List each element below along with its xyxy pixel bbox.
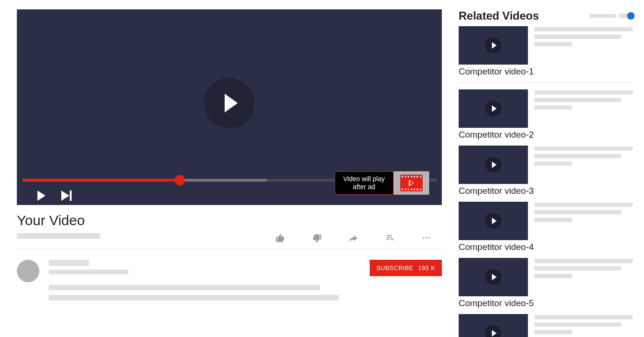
related-thumbnail[interactable] xyxy=(459,89,528,128)
related-caption: Competitor video-5 xyxy=(459,298,633,308)
playlist-add-icon xyxy=(384,233,396,242)
play-overlay xyxy=(485,269,501,285)
related-thumbnail[interactable] xyxy=(459,258,528,296)
related-item[interactable]: Competitor video-5 xyxy=(459,258,633,308)
play-overlay xyxy=(485,37,501,53)
dislike-button[interactable] xyxy=(311,233,323,245)
progress-handle[interactable] xyxy=(175,175,185,185)
toggle-knob xyxy=(627,12,635,20)
subscribe-button[interactable]: SUBSCRIBE 195 K xyxy=(370,260,442,276)
play-icon xyxy=(37,190,45,201)
progress-played xyxy=(22,179,180,182)
related-caption: Competitor video-3 xyxy=(459,186,633,196)
share-button[interactable] xyxy=(347,233,359,245)
main-column: Video will play after ad Your Vi xyxy=(17,9,442,337)
subscribe-count: 195 K xyxy=(418,264,435,271)
section-divider xyxy=(459,82,633,83)
svg-point-5 xyxy=(423,237,424,238)
related-meta-placeholder xyxy=(534,146,633,184)
related-thumbnail[interactable] xyxy=(459,26,528,65)
related-thumbnail[interactable] xyxy=(459,202,528,240)
related-caption: Competitor video-4 xyxy=(459,242,633,252)
ad-skip-preview[interactable] xyxy=(394,171,429,195)
ad-notice-text: Video will play after ad xyxy=(335,171,394,195)
play-button[interactable] xyxy=(37,190,45,201)
related-list: Competitor video-1Competitor video-2Comp… xyxy=(459,26,633,337)
related-item[interactable]: Competitor video-1 xyxy=(459,26,633,77)
channel-name-placeholder xyxy=(49,260,89,266)
subscribe-label: SUBSCRIBE xyxy=(376,264,414,271)
play-icon xyxy=(492,330,497,337)
related-thumbnail[interactable] xyxy=(459,314,528,337)
related-meta-placeholder xyxy=(534,89,633,128)
film-icon xyxy=(400,175,423,191)
play-overlay xyxy=(485,325,501,337)
play-icon xyxy=(492,105,497,112)
toggle-track xyxy=(619,14,633,18)
sidebar-title: Related Videos xyxy=(459,9,539,22)
like-button[interactable] xyxy=(274,233,286,245)
channel-row: SUBSCRIBE 195 K xyxy=(17,260,442,300)
ad-notice-line1: Video will play xyxy=(344,175,385,183)
channel-sub-placeholder xyxy=(49,270,128,274)
related-thumbnail[interactable] xyxy=(459,146,528,184)
related-item[interactable]: Competitor video-6 xyxy=(459,314,633,337)
ad-notice: Video will play after ad xyxy=(335,171,429,195)
play-icon xyxy=(492,218,497,224)
related-item[interactable]: Competitor video-2 xyxy=(459,89,633,140)
sidebar-header: Related Videos xyxy=(459,9,633,22)
play-icon xyxy=(225,94,238,112)
video-player[interactable]: Video will play after ad xyxy=(17,9,442,205)
play-icon xyxy=(492,274,497,280)
play-icon xyxy=(492,42,497,49)
svg-point-7 xyxy=(428,237,430,238)
thumbs-down-icon xyxy=(311,233,323,243)
play-overlay xyxy=(485,101,501,117)
video-title: Your Video xyxy=(17,212,442,228)
thumbs-up-icon xyxy=(274,233,286,243)
action-icons xyxy=(274,233,442,245)
play-icon xyxy=(492,161,497,168)
play-button-large[interactable] xyxy=(204,78,255,128)
next-icon xyxy=(61,190,69,201)
ad-notice-line2: after ad xyxy=(353,183,375,191)
next-button[interactable] xyxy=(61,190,72,201)
related-meta-placeholder xyxy=(534,314,633,337)
next-icon-bar xyxy=(70,190,72,201)
channel-avatar[interactable] xyxy=(17,260,39,282)
more-actions-button[interactable] xyxy=(420,233,432,245)
autoplay-toggle[interactable] xyxy=(590,14,633,18)
video-meta-row xyxy=(17,233,442,249)
share-icon xyxy=(347,233,359,243)
related-item[interactable]: Competitor video-3 xyxy=(459,146,633,196)
related-item[interactable]: Competitor video-4 xyxy=(459,202,633,252)
view-count-placeholder xyxy=(17,233,100,239)
related-caption: Competitor video-2 xyxy=(459,130,633,140)
play-overlay xyxy=(485,157,501,173)
related-meta-placeholder xyxy=(534,202,633,240)
related-sidebar: Related Videos Competitor video-1Competi… xyxy=(459,9,633,337)
player-controls xyxy=(37,190,72,201)
more-icon xyxy=(420,233,432,242)
related-meta-placeholder xyxy=(534,258,633,296)
add-to-playlist-button[interactable] xyxy=(384,233,396,245)
description-line xyxy=(49,285,320,290)
description-line xyxy=(49,295,339,300)
svg-point-6 xyxy=(425,237,427,238)
play-overlay xyxy=(485,213,501,229)
description-block xyxy=(49,285,360,300)
channel-info xyxy=(49,260,360,300)
related-caption: Competitor video-1 xyxy=(459,66,633,77)
related-meta-placeholder xyxy=(534,26,633,65)
autoplay-label-placeholder xyxy=(590,14,616,18)
